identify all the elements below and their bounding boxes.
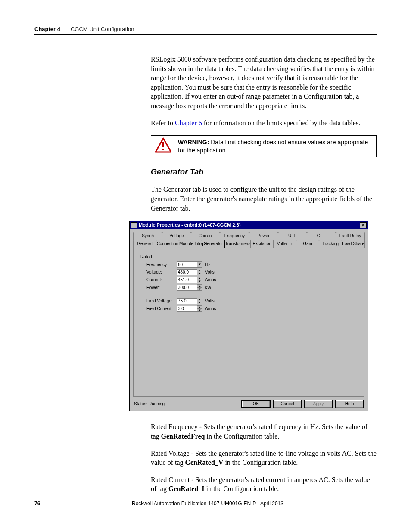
help-button[interactable]: Help	[335, 400, 364, 408]
label-frequency: Frequency:	[146, 262, 177, 268]
tab-excitation[interactable]: Excitation	[250, 240, 274, 248]
tag-genrated-v: GenRated_V	[185, 459, 224, 466]
tab-load-share[interactable]: Load Share	[342, 240, 365, 248]
page-number: 76	[34, 501, 132, 507]
paragraph-rated-frequency: Rated Frequency - Sets the generator's r…	[151, 422, 377, 441]
warning-callout: WARNING: Data limit checking does not en…	[151, 135, 377, 157]
warning-text: WARNING: Data limit checking does not en…	[178, 138, 372, 155]
tab-uel[interactable]: UEL	[278, 232, 307, 240]
text: Refer to	[151, 119, 175, 127]
paragraph-rated-current: Rated Current - Sets the generator's rat…	[151, 475, 377, 494]
dropdown-icon[interactable]: ▼	[197, 261, 202, 268]
field-frequency: Frequency: ▼ Hz	[146, 261, 357, 268]
section-heading-generator-tab: Generator Tab	[151, 167, 377, 177]
tag-genrated-i: GenRated_I	[168, 485, 205, 492]
spinner-field-current[interactable]: ▴▾	[197, 305, 202, 312]
tab-generator[interactable]: Generator	[202, 240, 225, 248]
tab-panel-generator: Rated Frequency: ▼ Hz Voltage: ▴▾ Volts	[133, 248, 364, 397]
text: in the Configuration table.	[223, 459, 298, 466]
label-current: Current:	[146, 277, 177, 283]
label-voltage: Voltage:	[146, 269, 177, 275]
cancel-button[interactable]: Cancel	[273, 400, 302, 408]
text: for information on the limits specified …	[202, 119, 360, 127]
tab-gain[interactable]: Gain	[296, 240, 319, 248]
page-footer: 76 Rockwell Automation Publication 1407-…	[34, 501, 377, 507]
tab-volts-hz[interactable]: Volts/Hz	[273, 240, 296, 248]
tab-connection[interactable]: Connection	[156, 240, 179, 248]
input-field-current[interactable]	[177, 306, 197, 312]
chapter-label: Chapter 4	[34, 26, 60, 32]
tab-transformers[interactable]: Transformers	[224, 240, 251, 248]
tab-module-info[interactable]: Module Info	[179, 240, 202, 248]
field-field-voltage: Field Voltage: ▴▾ Volts	[146, 298, 357, 304]
running-header: Chapter 4 CGCM Unit Configuration	[34, 26, 377, 32]
unit-amps: Amps	[205, 277, 216, 283]
apply-button[interactable]: Apply	[304, 400, 333, 408]
chapter-title: CGCM Unit Configuration	[71, 26, 134, 32]
tab-general[interactable]: General	[133, 240, 156, 248]
text: in the Configuration table.	[204, 485, 279, 492]
label-power: Power:	[146, 285, 177, 291]
tab-frequency[interactable]: Frequency	[220, 232, 249, 240]
warning-icon	[155, 137, 172, 155]
paragraph-generator-tab-desc: The Generator tab is used to configure t…	[151, 185, 377, 213]
publication-info: Rockwell Automation Publication 1407-UM0…	[132, 501, 377, 507]
unit-kw: kW	[205, 285, 211, 291]
input-field-voltage[interactable]	[177, 298, 197, 304]
input-voltage[interactable]	[177, 269, 197, 275]
spinner-voltage[interactable]: ▴▾	[197, 269, 202, 275]
dialog-titlebar: Module Properties - cnbrd:0 (1407-CGCM 2…	[130, 221, 368, 229]
tab-tracking[interactable]: Tracking	[319, 240, 342, 248]
tab-synch[interactable]: Synch	[133, 232, 162, 240]
input-power[interactable]	[177, 285, 197, 291]
svg-rect-1	[162, 142, 164, 147]
tab-voltage[interactable]: Voltage	[162, 232, 191, 240]
field-field-current: Field Current: ▴▾ Amps	[146, 305, 357, 312]
spinner-field-voltage[interactable]: ▴▾	[197, 298, 202, 304]
field-voltage: Voltage: ▴▾ Volts	[146, 269, 357, 275]
spinner-power[interactable]: ▴▾	[197, 284, 202, 291]
unit-volts-2: Volts	[205, 298, 215, 304]
close-icon[interactable]: ✕	[360, 222, 367, 228]
dialog-title: Module Properties - cnbrd:0 (1407-CGCM 2…	[139, 222, 360, 228]
dialog-status: Status: Running	[134, 401, 239, 407]
field-power: Power: ▴▾ kW	[146, 284, 357, 291]
unit-amps-2: Amps	[205, 306, 216, 312]
tab-oel[interactable]: OEL	[307, 232, 336, 240]
group-rated-label: Rated	[140, 254, 357, 260]
warning-label: WARNING:	[178, 139, 209, 146]
paragraph-rated-voltage: Rated Voltage - Sets the generator's rat…	[151, 449, 377, 467]
paragraph-intro: RSLogix 5000 software performs configura…	[151, 55, 377, 111]
unit-volts: Volts	[205, 269, 215, 275]
text: in the Configuration table.	[205, 432, 279, 440]
chapter-6-link[interactable]: Chapter 6	[175, 119, 202, 127]
paragraph-refer: Refer to Chapter 6 for information on th…	[151, 118, 377, 128]
spinner-current[interactable]: ▴▾	[197, 277, 202, 283]
tab-power[interactable]: Power	[249, 232, 278, 240]
tab-fault-relay[interactable]: Fault Relay	[336, 232, 365, 240]
ok-button[interactable]: OK	[241, 400, 271, 408]
tag-genratedfreq: GenRatedFreq	[161, 432, 205, 440]
dialog-screenshot: Module Properties - cnbrd:0 (1407-CGCM 2…	[129, 221, 368, 411]
input-current[interactable]	[177, 277, 197, 283]
unit-hz: Hz	[205, 262, 210, 268]
svg-rect-2	[162, 149, 164, 150]
tab-row-2: General Connection Module Info Generator…	[133, 240, 364, 248]
label-field-voltage: Field Voltage:	[146, 298, 177, 304]
field-current: Current: ▴▾ Amps	[146, 277, 357, 283]
input-frequency[interactable]	[177, 261, 197, 268]
window-icon	[131, 222, 137, 228]
tab-current[interactable]: Current	[191, 232, 220, 240]
tab-row-1: Synch Voltage Current Frequency Power UE…	[133, 232, 364, 240]
label-field-current: Field Current:	[146, 306, 177, 312]
header-rule	[34, 34, 377, 35]
